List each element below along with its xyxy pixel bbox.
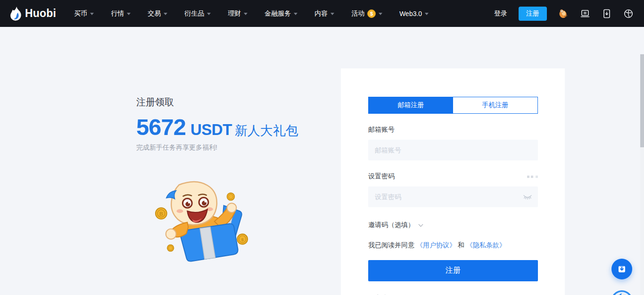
top-nav: Huobi 买币 行情 交易 衍生品 理财 金融服务 内容 活动$ Web3.0… <box>0 0 644 27</box>
chevron-down-icon <box>330 13 334 15</box>
promo-amount-row: 5672 USDT 新人大礼包 <box>136 116 339 139</box>
privacy-terms-link[interactable]: 《隐私条款》 <box>466 241 506 249</box>
register-submit-button[interactable]: 注册 <box>368 260 538 281</box>
main-content: 注册领取 5672 USDT 新人大礼包 完成新手任务再享更多福利! <box>0 27 644 295</box>
tab-email-register[interactable]: 邮箱注册 <box>369 97 453 113</box>
promo-block: 注册领取 5672 USDT 新人大礼包 完成新手任务再享更多福利! <box>136 96 339 152</box>
chevron-down-icon <box>90 13 94 15</box>
nav-item-content[interactable]: 内容 <box>314 9 334 18</box>
nav-item-activity[interactable]: 活动$ <box>351 9 382 18</box>
nav-item-financial-services[interactable]: 金融服务 <box>264 9 297 18</box>
coin-bottom-left <box>167 245 174 252</box>
coin-left: B <box>156 208 167 219</box>
promo-gift-text: 新人大礼包 <box>235 122 298 139</box>
scrollbar-track[interactable] <box>640 54 644 295</box>
chevron-down-icon <box>379 13 382 15</box>
nav-item-trade[interactable]: 交易 <box>148 9 167 18</box>
svg-text:B: B <box>159 211 163 217</box>
download-icon <box>617 264 627 274</box>
invite-code-toggle[interactable]: 邀请码（选填） <box>368 221 422 229</box>
main-menu: 买币 行情 交易 衍生品 理财 金融服务 内容 活动$ Web3.0 <box>74 9 429 18</box>
chevron-down-icon <box>127 13 131 15</box>
tab-phone-register[interactable]: 手机注册 <box>453 97 537 113</box>
brand-name: Huobi <box>25 7 56 20</box>
email-label: 邮箱账号 <box>368 126 395 134</box>
chevron-down-icon <box>244 13 248 15</box>
nav-item-markets[interactable]: 行情 <box>111 9 131 18</box>
email-input[interactable] <box>368 140 538 160</box>
nav-item-derivatives[interactable]: 衍生品 <box>184 9 211 18</box>
nav-register-button[interactable]: 注册 <box>519 7 547 21</box>
svg-text:$: $ <box>241 237 244 242</box>
huobi-flame-icon <box>10 7 22 21</box>
floating-download-button[interactable] <box>611 259 632 279</box>
promo-amount: 5672 <box>136 116 186 139</box>
eye-off-icon[interactable] <box>523 194 532 200</box>
nav-item-earn[interactable]: 理财 <box>228 9 248 18</box>
chevron-down-icon <box>207 13 211 15</box>
coin-right: $ <box>237 234 248 244</box>
mascot-reward-icon[interactable] <box>558 8 569 19</box>
chevron-down-icon <box>294 13 297 15</box>
promo-currency: USDT <box>190 121 232 139</box>
customer-service-avatar[interactable] <box>611 290 633 295</box>
huobi-logo[interactable]: Huobi <box>10 7 56 21</box>
activity-coin-icon: $ <box>367 9 376 18</box>
scrollbar-thumb[interactable] <box>640 54 644 147</box>
desktop-chat-icon[interactable] <box>580 8 590 19</box>
register-tabs: 邮箱注册 手机注册 <box>368 97 538 114</box>
chevron-down-icon <box>419 222 423 227</box>
coin-top-right <box>227 193 235 201</box>
nav-item-buy-crypto[interactable]: 买币 <box>74 9 94 18</box>
user-agreement-link[interactable]: 《用户协议》 <box>416 241 456 249</box>
promo-subtitle: 完成新手任务再享更多福利! <box>136 143 339 152</box>
app-download-icon[interactable] <box>602 8 612 19</box>
chevron-down-icon <box>164 13 167 15</box>
agreement-text: 我已阅读并同意 《用户协议》 和 《隐私条款》 <box>368 241 538 250</box>
language-globe-icon[interactable] <box>623 8 634 19</box>
nav-login-link[interactable]: 登录 <box>494 9 507 18</box>
promo-heading: 注册领取 <box>136 96 339 109</box>
register-card: 邮箱注册 手机注册 邮箱账号 设置密码 <box>341 68 565 295</box>
nav-item-web3[interactable]: Web3.0 <box>399 10 429 17</box>
mascot-illustration: B $ <box>155 178 253 268</box>
password-input[interactable] <box>368 186 538 207</box>
password-strength-indicator <box>527 176 538 178</box>
nav-right-actions: 登录 注册 <box>494 7 634 21</box>
password-label: 设置密码 <box>368 172 395 181</box>
chevron-down-icon <box>425 13 429 15</box>
